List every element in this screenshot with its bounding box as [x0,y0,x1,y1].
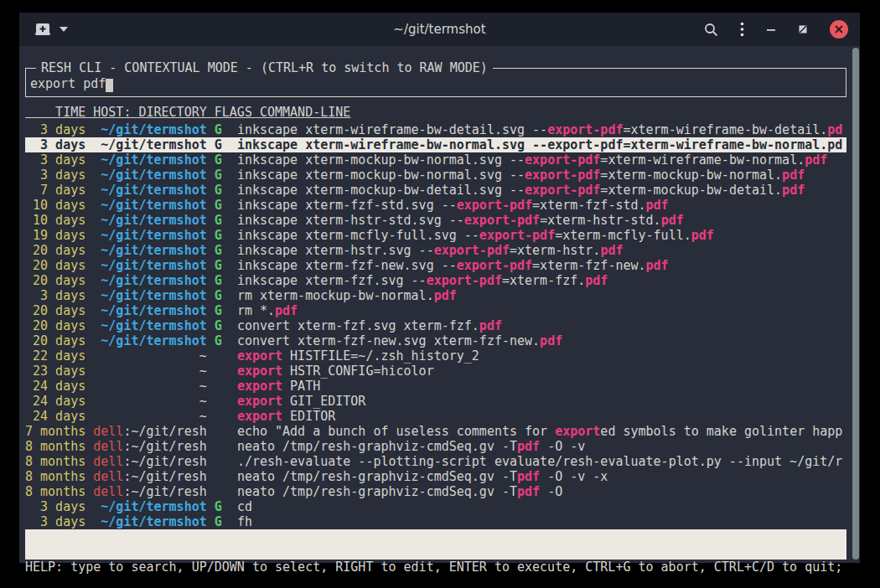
restore-button[interactable] [798,24,808,34]
minimize-icon [766,24,776,34]
status-bar: 2020-05-07 17:17:28 tower:~/git/termshot… [25,529,846,560]
scrollbar[interactable] [852,48,859,560]
table-row[interactable]: 3 days ~/git/termshot G cd [25,499,846,514]
restore-icon [798,24,808,34]
table-row[interactable]: 8 months dell:~/git/resh ./resh-evaluate… [25,454,846,469]
history-table: TIME HOST: DIRECTORY FLAGS COMMAND-LINE … [25,105,846,529]
new-tab-icon [34,23,51,37]
table-row[interactable]: 20 days ~/git/termshot G convert xterm-f… [25,318,846,333]
titlebar-right-controls [704,20,848,39]
table-row[interactable]: 8 months dell:~/git/resh neato /tmp/resh… [25,484,846,499]
table-row[interactable]: 10 days ~/git/termshot G inkscape xterm-… [25,198,846,213]
close-icon [835,25,843,34]
search-input[interactable]: export pdf [30,76,113,92]
table-row[interactable]: 20 days ~/git/termshot G inkscape xterm-… [25,243,846,258]
table-row[interactable]: 19 days ~/git/termshot G inkscape xterm-… [25,228,846,243]
table-row[interactable]: 20 days ~/git/termshot G inkscape xterm-… [25,258,846,273]
table-row[interactable]: 20 days ~/git/termshot G convert xterm-f… [25,333,846,348]
table-row[interactable]: 24 days ~ export EDITOR [25,409,846,424]
tab-dropdown-button[interactable] [60,27,68,32]
table-header: TIME HOST: DIRECTORY FLAGS COMMAND-LINE [25,105,846,120]
menu-button[interactable] [740,22,744,37]
titlebar: ~/git/termshot [19,13,860,46]
table-row[interactable]: 7 days ~/git/termshot G inkscape xterm-m… [25,183,846,198]
table-row[interactable]: 10 days ~/git/termshot G inkscape xterm-… [25,213,846,228]
table-row[interactable]: 8 months dell:~/git/resh neato /tmp/resh… [25,469,846,484]
search-panel: RESH CLI - CONTEXTUAL MODE - (CTRL+R to … [25,68,846,97]
table-row[interactable]: 20 days ~/git/termshot G inkscape xterm-… [25,273,846,288]
search-button[interactable] [704,23,718,37]
table-row[interactable]: 7 months dell:~/git/resh echo "Add a bun… [25,424,846,439]
minimize-button[interactable] [766,24,776,34]
table-header-text: TIME HOST: DIRECTORY FLAGS COMMAND-LINE [25,105,350,120]
kebab-menu-icon [740,22,744,37]
desktop-background: ~/git/termshot [0,0,880,588]
search-query-text: export pdf [30,76,106,91]
close-button[interactable] [830,20,848,39]
terminal-window: ~/git/termshot [19,13,860,563]
table-row[interactable]: 23 days ~ export HSTR_CONFIG=hicolor [25,364,846,379]
table-row[interactable]: 20 days ~/git/termshot G rm *.pdf [25,303,846,318]
table-row[interactable]: 3 days ~/git/termshot G inkscape xterm-w… [25,122,846,137]
help-bar: HELP: type to search, UP/DOWN to select,… [25,560,846,575]
table-row[interactable]: 3 days ~/git/termshot G inkscape xterm-m… [25,152,846,168]
text-cursor [106,79,113,92]
history-list: 3 days ~/git/termshot G inkscape xterm-w… [25,122,846,529]
table-row[interactable]: 8 months dell:~/git/resh neato /tmp/resh… [25,439,846,454]
table-row[interactable]: 3 days ~/git/termshot G inkscape xterm-m… [25,168,846,183]
table-row[interactable]: 3 days ~/git/termshot G inkscape xterm-w… [25,137,846,152]
titlebar-left-controls [34,23,68,37]
table-row[interactable]: 24 days ~ export GIT_EDITOR [25,394,846,409]
table-row[interactable]: 24 days ~ export PATH [25,379,846,394]
search-panel-title: RESH CLI - CONTEXTUAL MODE - (CTRL+R to … [36,60,493,75]
terminal-body: RESH CLI - CONTEXTUAL MODE - (CTRL+R to … [19,46,860,563]
new-tab-button[interactable] [34,23,51,37]
table-row[interactable]: 3 days ~/git/termshot G fh [25,514,846,529]
search-icon [704,23,718,37]
chevron-down-icon [60,27,68,32]
table-row[interactable]: 3 days ~/git/termshot G rm xterm-mockup-… [25,288,846,303]
table-row[interactable]: 22 days ~ export HISTFILE=~/.zsh_history… [25,348,846,364]
